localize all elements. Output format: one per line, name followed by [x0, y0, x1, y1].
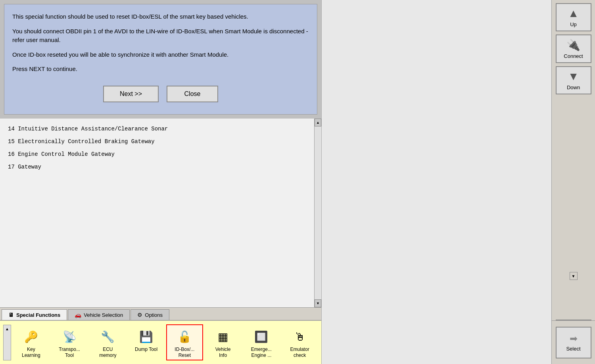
- next-button[interactable]: Next >>: [103, 86, 159, 102]
- up-icon: ▲: [568, 7, 579, 20]
- toolbar-icon-dump-tool: 💾: [136, 327, 156, 347]
- connect-icon: 🔌: [566, 38, 580, 52]
- toolbar-label-ecu-memory: ECUmemory: [99, 347, 116, 358]
- list-item: 15 Electronically Controlled Braking Gat…: [8, 135, 306, 148]
- dialog-buttons: Next >> Close: [12, 86, 309, 102]
- toolbar-scroll-up[interactable]: ▲: [3, 325, 11, 360]
- toolbar-icon-emergency-engine: 🔲: [251, 327, 271, 347]
- list-scroll-down[interactable]: ▼: [315, 299, 321, 307]
- toolbar-label-transport-tool: Transpo...Tool: [59, 347, 80, 358]
- select-icon: ➡: [570, 333, 578, 344]
- toolbar-item-transport-tool[interactable]: 📡 Transpo...Tool: [51, 324, 88, 360]
- tab-bar: 🖥Special Functions🚗Vehicle Selection⚙Opt…: [0, 307, 321, 320]
- down-icon: ▼: [568, 70, 579, 83]
- toolbar-icon-transport-tool: 📡: [60, 327, 79, 347]
- toolbar-icon-id-box-reset: 🔓: [175, 327, 194, 347]
- main-scroll-down[interactable]: ▼: [570, 272, 578, 280]
- list-item: 14 Intuitive Distance Assistance/Clearan…: [8, 123, 306, 135]
- tab-label: Options: [145, 312, 163, 318]
- toolbar-item-dump-tool[interactable]: 💾 Dump Tool: [128, 324, 165, 360]
- connect-button[interactable]: 🔌 Connect: [556, 34, 591, 63]
- tab-label: Special Functions: [16, 312, 60, 318]
- toolbar-item-vehicle-info[interactable]: ▦ VehicleInfo: [205, 324, 242, 360]
- bottom-toolbar: ▲ 🔑 KeyLearning 📡 Transpo...Tool 🔧 ECUme…: [0, 320, 321, 364]
- tab-vehicle-selection[interactable]: 🚗Vehicle Selection: [68, 309, 130, 320]
- up-label: Up: [570, 21, 577, 27]
- toolbar-item-emergency-engine[interactable]: 🔲 Emerge...Engine ...: [243, 324, 280, 360]
- down-label: Down: [567, 84, 580, 90]
- toolbar-item-ecu-memory[interactable]: 🔧 ECUmemory: [90, 324, 127, 360]
- dialog-para2: You should connect OBDII pin 1 of the AV…: [12, 27, 309, 45]
- tab-icon: 🚗: [75, 312, 81, 318]
- list-item: 17 Gateway: [8, 161, 306, 173]
- up-button[interactable]: ▲ Up: [556, 3, 591, 31]
- toolbar-icon-key-learning: 🔑: [21, 327, 41, 347]
- toolbar-label-id-box-reset: ID-Box/...Reset: [175, 347, 194, 358]
- toolbar-item-key-learning[interactable]: 🔑 KeyLearning: [13, 324, 50, 360]
- close-button[interactable]: Close: [167, 86, 218, 102]
- system-list: 14 Intuitive Distance Assistance/Clearan…: [0, 119, 314, 308]
- toolbar-item-emulator-check[interactable]: 🖱 Emulatorcheck: [281, 324, 318, 360]
- toolbar-icon-vehicle-info: ▦: [213, 327, 233, 347]
- tab-icon: 🖥: [8, 312, 14, 318]
- toolbar-label-emulator-check: Emulatorcheck: [290, 347, 309, 358]
- toolbar-label-dump-tool: Dump Tool: [135, 347, 157, 352]
- toolbar-items: 🔑 KeyLearning 📡 Transpo...Tool 🔧 ECUmemo…: [13, 324, 318, 360]
- tab-options[interactable]: ⚙Options: [131, 309, 169, 320]
- toolbar-icon-emulator-check: 🖱: [290, 327, 310, 347]
- toolbar-icon-ecu-memory: 🔧: [98, 327, 118, 347]
- toolbar-item-id-box-reset[interactable]: 🔓 ID-Box/...Reset: [166, 324, 203, 360]
- select-area: ➡ Select: [551, 320, 595, 364]
- dialog-para4: Press NEXT to continue.: [12, 65, 309, 74]
- list-scrollbar: ▲ ▼: [314, 119, 321, 308]
- toolbar-label-key-learning: KeyLearning: [22, 347, 40, 358]
- tab-label: Vehicle Selection: [84, 312, 123, 318]
- tab-icon: ⚙: [137, 312, 142, 318]
- connect-label: Connect: [564, 53, 583, 59]
- dialog-para3: Once ID-box reseted you will be able to …: [12, 50, 309, 59]
- right-content-area: [321, 0, 551, 364]
- down-button[interactable]: ▼ Down: [556, 66, 591, 94]
- toolbar-label-emergency-engine: Emerge...Engine ...: [251, 347, 272, 358]
- list-item: 16 Engine Control Module Gateway: [8, 148, 306, 161]
- list-scroll-up[interactable]: ▲: [315, 119, 321, 126]
- right-sidebar: ▲ Up 🔌 Connect ▼ Down ⏻ Exit ▼: [551, 0, 595, 364]
- info-dialog: This special function should be used to …: [4, 4, 317, 115]
- tab-special-functions[interactable]: 🖥Special Functions: [2, 309, 67, 320]
- select-button[interactable]: ➡ Select: [556, 327, 591, 358]
- toolbar-label-vehicle-info: VehicleInfo: [215, 347, 231, 358]
- dialog-para1: This special function should be used to …: [12, 12, 309, 21]
- select-label: Select: [566, 346, 580, 352]
